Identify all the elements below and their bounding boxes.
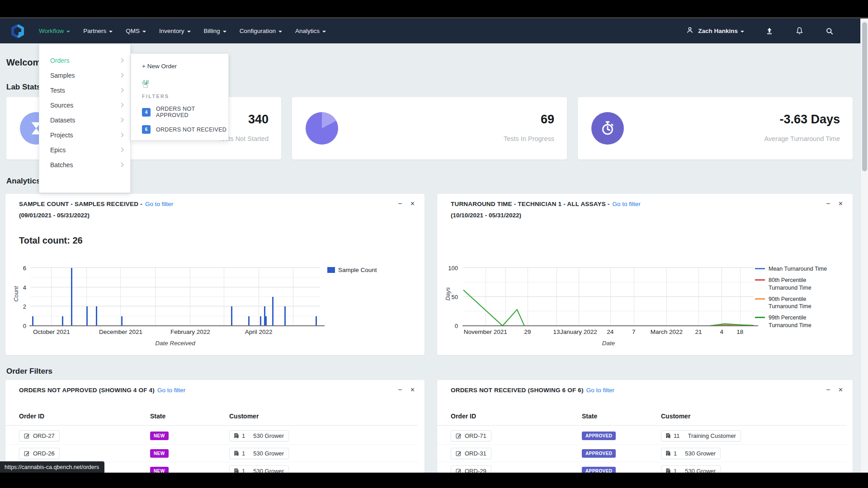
gridline-v [259,268,259,326]
bar [231,306,232,326]
y-axis-ticks: 0246 [18,268,27,326]
chevron-down-icon [187,31,191,33]
menu-item-orders[interactable]: Orders [39,53,130,68]
menu-item-projects[interactable]: Projects [39,127,130,142]
menu-item-datasets[interactable]: Datasets [39,113,130,127]
y-tick-label: 100 [448,265,458,272]
customer-chip[interactable]: 1530 Grower [661,448,721,459]
minimize-widget-button[interactable]: − [826,200,830,207]
customer-chip[interactable]: 11Training Customer [661,430,741,441]
total-count-label: Total count: 26 [19,235,83,246]
nav-item-configuration[interactable]: Configuration [240,28,282,34]
bar [284,306,286,326]
customer-id-text: 1 [674,468,677,473]
go-to-filter-link[interactable]: Go to filter [157,387,185,394]
table-header-row: Order IDStateCustomer [437,413,846,426]
gridline-h [30,296,320,297]
go-to-filter-link[interactable]: Go to filter [145,201,173,207]
edit-icon [456,433,462,439]
chevron-right-icon [119,163,124,167]
chevron-down-icon [109,31,113,33]
series-line [463,290,754,326]
order-id-chip[interactable]: ORD-27 [19,430,60,441]
state-cell: NEW [150,431,229,440]
nav-item-analytics[interactable]: Analytics [295,28,326,34]
go-to-filter-link[interactable]: Go to filter [613,201,641,207]
bar [32,316,33,326]
menu-item-sources[interactable]: Sources [39,98,130,113]
menu-item-batches[interactable]: Batches [39,157,130,172]
nav-item-qms[interactable]: QMS [126,28,146,34]
notifications-bell-icon[interactable] [795,26,804,36]
state-cell: APPROVED [582,431,661,440]
gridline-h [30,287,320,287]
order-id-chip[interactable]: ORD-29 [451,465,491,473]
menu-item-samples[interactable]: Samples [39,68,130,83]
minimize-widget-button[interactable]: − [398,200,402,207]
menu-item-epics[interactable]: Epics [39,142,130,157]
customer-cell: 11Training Customer [661,430,846,441]
order-id-chip[interactable]: ORD-31 [451,448,491,459]
customer-name-text: 530 Grower [253,450,284,457]
nav-item-billing[interactable]: Billing [204,28,226,34]
analytics-heading: Analytics [6,177,41,186]
widget-title: ORDERS NOT APPROVED (SHOWING 4 OF 4) [19,387,155,394]
qbench-logo[interactable] [10,24,25,38]
close-widget-button[interactable]: × [410,200,415,207]
state-badge: NEW [150,432,169,440]
customer-chip[interactable]: 1530 Grower [229,465,289,473]
bar [62,316,63,326]
filter-count-badge: 6 [142,125,151,134]
x-axis-ticks: October 2021December 2021February 2022Ap… [30,328,320,338]
close-widget-button[interactable]: × [839,386,843,394]
customer-chip[interactable]: 1530 Grower [661,465,721,473]
edit-icon [24,433,30,439]
minimize-widget-button[interactable]: − [398,386,402,394]
x-tick-label: March 2022 [651,328,683,335]
close-widget-button[interactable]: × [410,386,415,394]
saved-filter-item[interactable]: 6ORDERS NOT RECEIVED [142,125,228,134]
customer-name-text: 530 Grower [685,450,716,457]
nav-item-inventory[interactable]: Inventory [159,28,191,34]
order-id-chip[interactable]: ORD-26 [19,448,60,459]
filters-section-heading: FILTERS [142,94,228,99]
nav-item-workflow[interactable]: Workflow [39,28,70,34]
order-id-chip[interactable]: ORD-71 [451,430,491,441]
edit-icon [456,450,462,456]
x-axis-line [462,325,758,326]
all-orders-menu-item[interactable]: All ☝ [142,79,156,85]
bar [272,297,274,326]
nav-item-label: Configuration [240,28,276,34]
chevron-right-icon [119,88,124,93]
edit-icon [456,468,462,473]
minimize-widget-button[interactable]: − [826,386,830,394]
y-tick-label: 4 [23,284,26,291]
logo-notch [19,32,22,36]
gridline-v [224,268,224,326]
x-tick-label: February 2022 [170,328,210,335]
x-tick-label: 29 [524,328,531,335]
x-tick-label: 24 [607,328,613,335]
customer-chip[interactable]: 1530 Grower [229,448,289,459]
user-icon [685,26,698,36]
saved-filter-item[interactable]: 4ORDERS NOT APPROVED [142,106,228,118]
menu-item-tests[interactable]: Tests [39,83,130,98]
gridline-v [293,268,293,326]
scrollbar-thumb[interactable] [862,22,867,171]
x-axis-ticks: November 20212913January 2022247March 20… [463,328,754,338]
state-cell: NEW [150,449,229,458]
customer-id-text: 1 [242,432,245,439]
go-to-filter-link[interactable]: Go to filter [586,387,614,394]
nav-item-partners[interactable]: Partners [83,28,113,34]
bar [260,316,261,326]
upload-icon[interactable] [765,27,774,36]
close-widget-button[interactable]: × [839,200,843,207]
legend-item: 80th Percentile Turnaround Time [755,277,835,291]
legend-label: 99th Percentile Turnaround Time [769,314,835,329]
new-order-menu-item[interactable]: + New Order [142,63,228,70]
user-menu[interactable]: Zach Hankins [685,26,744,36]
menu-item-label: Projects [50,131,73,139]
customer-chip[interactable]: 1530 Grower [229,430,289,441]
bar [121,316,123,326]
search-icon[interactable] [825,27,834,36]
